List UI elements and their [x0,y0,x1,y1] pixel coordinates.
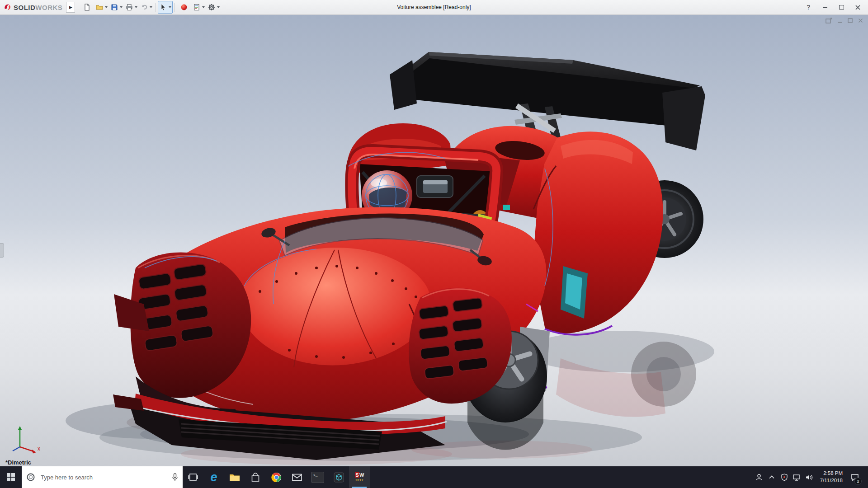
graphics-viewport[interactable]: x *Dimetric [0,15,868,467]
windows-taskbar: e >_ SW [0,466,868,488]
document-title: Voiture assemblee [Read-only] [397,0,471,14]
search-input[interactable] [40,474,167,481]
chrome-icon [271,472,282,483]
volume-icon [806,474,813,481]
select-cursor-icon [159,3,167,11]
command-prompt-icon: >_ [311,472,324,483]
action-center-button[interactable]: 2 [847,466,863,488]
taskbar-app-chrome[interactable] [266,466,287,488]
windows-logo-icon [7,473,15,481]
start-button[interactable] [0,466,22,488]
task-view-icon [188,473,198,482]
toolbar-separator [156,3,156,12]
taskbar-app-command-prompt[interactable]: >_ [307,466,328,488]
person-icon [755,474,763,481]
open-document-icon [95,3,104,11]
solidworks-2017-icon: SW 2017 [355,473,364,482]
maximize-button[interactable] [834,1,849,13]
shield-icon [781,474,788,481]
cortana-icon [26,473,35,482]
pane-splitter-handle[interactable] [0,243,4,258]
taskbar-app-mail[interactable] [287,466,307,488]
doc-restore-icon[interactable] [826,18,832,23]
view-orientation-label: *Dimetric [5,459,31,466]
window-controls: ? [807,1,865,13]
print-icon [125,3,133,11]
network-tray-button[interactable] [791,466,803,488]
open-document-button[interactable] [94,1,109,14]
taskbar-app-edge[interactable]: e [203,466,224,488]
volume-tray-button[interactable] [804,466,816,488]
x-axis-label: x [38,446,40,452]
solidworks-logo: SOLIDWORKS [3,3,62,12]
network-icon [793,474,801,481]
appearance-sphere-icon [180,3,188,11]
clock-time: 2:58 PM [823,470,843,477]
menu-flyout-button[interactable]: ▶ [66,2,75,13]
save-button[interactable] [109,1,124,14]
taskbar-app-solidworks[interactable]: SW 2017 [349,466,370,488]
taskbar-clock[interactable]: 2:58 PM 7/11/2018 [816,470,846,484]
file-explorer-icon [229,473,240,482]
security-tray-button[interactable] [778,466,790,488]
close-icon [855,5,860,10]
hidden-icons-button[interactable] [766,466,778,488]
gear-icon [208,3,216,11]
ds-logo-icon [3,3,12,12]
caret-down-icon [202,6,205,8]
caret-down-icon [150,6,152,8]
desktop: SOLIDWORKS ▶ [0,0,868,488]
new-document-button[interactable] [80,1,94,14]
print-button[interactable] [124,1,139,14]
microphone-icon[interactable] [172,473,178,481]
minimize-button[interactable] [817,1,833,13]
appearances-button[interactable] [177,1,191,14]
model-scene[interactable] [0,15,868,467]
clock-date: 7/11/2018 [820,477,843,484]
store-icon [251,473,260,482]
minimize-icon [823,7,827,8]
taskbar-search[interactable] [22,466,183,488]
y-axis-arrow[interactable] [18,426,22,430]
toolbar-separator [175,3,175,12]
caret-down-icon [169,6,171,8]
camera-box[interactable] [417,176,453,197]
people-tray-button[interactable] [753,466,765,488]
doc-close-icon[interactable] [858,18,863,23]
undo-icon [140,3,148,11]
taskbar-app-edrawings[interactable] [328,466,349,488]
save-icon [110,3,118,11]
edrawings-icon [334,472,344,483]
edge-icon: e [210,471,217,483]
help-button[interactable]: ? [807,4,810,11]
logo-text: SOLIDWORKS [14,4,62,11]
select-button[interactable] [158,1,173,14]
caret-down-icon [135,6,137,8]
view-settings-button[interactable] [191,1,206,14]
notification-badge: 2 [854,478,862,485]
undo-button[interactable] [139,1,154,14]
options-button[interactable] [206,1,221,14]
doc-maximize-icon[interactable] [847,18,853,23]
taskbar-app-task-view[interactable] [183,466,203,488]
mail-icon [292,474,302,481]
close-button[interactable] [850,1,865,13]
caret-down-icon [105,6,108,8]
x-axis-arrow[interactable] [32,450,36,454]
orientation-triad[interactable]: x [7,423,43,455]
z-axis-arrow[interactable] [13,447,20,451]
taskbar-app-store[interactable] [245,466,266,488]
caret-down-icon [120,6,123,8]
chevron-up-icon [769,475,774,479]
document-window-controls [826,18,863,23]
titlebar: SOLIDWORKS ▶ [0,0,868,15]
report-icon [193,3,201,11]
maximize-icon [839,5,844,9]
doc-minimize-icon[interactable] [837,18,843,23]
caret-down-icon [217,6,220,8]
new-document-icon [83,3,91,11]
system-tray: 2:58 PM 7/11/2018 2 [753,466,868,488]
taskbar-app-file-explorer[interactable] [224,466,245,488]
